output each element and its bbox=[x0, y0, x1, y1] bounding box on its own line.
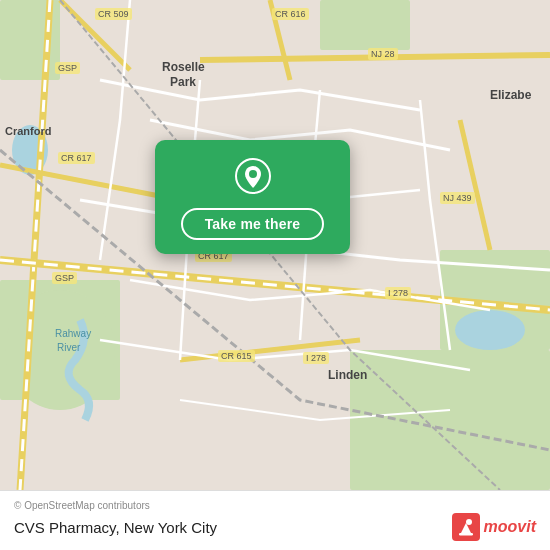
svg-point-10 bbox=[249, 170, 257, 178]
svg-point-8 bbox=[455, 310, 525, 350]
area-label-park: Park bbox=[170, 75, 196, 89]
place-name: CVS Pharmacy, New York City bbox=[14, 519, 217, 536]
area-label-roselle: Roselle bbox=[162, 60, 205, 74]
area-label-cranford: Cranford bbox=[5, 125, 51, 137]
road-label-cr616: CR 616 bbox=[272, 8, 309, 20]
road-label-gsp2: GSP bbox=[52, 272, 77, 284]
place-info-row: CVS Pharmacy, New York City moovit bbox=[14, 513, 536, 541]
road-label-nj439: NJ 439 bbox=[440, 192, 475, 204]
area-label-elizabeth: Elizabe bbox=[490, 88, 531, 102]
moovit-text: moovit bbox=[484, 518, 536, 536]
area-label-linden: Linden bbox=[328, 368, 367, 382]
take-me-there-button[interactable]: Take me there bbox=[181, 208, 325, 240]
moovit-logo-icon bbox=[452, 513, 480, 541]
road-label-cr509: CR 509 bbox=[95, 8, 132, 20]
svg-point-12 bbox=[466, 519, 472, 525]
road-label-i278-1: I 278 bbox=[385, 287, 411, 299]
svg-rect-5 bbox=[320, 0, 410, 50]
svg-rect-2 bbox=[350, 350, 550, 490]
road-label-gsp1: GSP bbox=[55, 62, 80, 74]
road-label-cr617-1: CR 617 bbox=[58, 152, 95, 164]
map-container[interactable]: CR 509 CR 616 GSP NJ 28 CR 617 CR 617 NJ… bbox=[0, 0, 550, 490]
moovit-logo: moovit bbox=[452, 513, 536, 541]
road-label-cr615: CR 615 bbox=[218, 350, 255, 362]
attribution-text: © OpenStreetMap contributors bbox=[14, 500, 536, 511]
svg-rect-13 bbox=[459, 533, 473, 536]
popup-card: Take me there bbox=[155, 140, 350, 254]
area-label-rahway: Rahway bbox=[55, 328, 91, 339]
road-label-nj28: NJ 28 bbox=[368, 48, 398, 60]
area-label-river: River bbox=[57, 342, 80, 353]
road-label-i278-2: I 278 bbox=[303, 352, 329, 364]
bottom-bar: © OpenStreetMap contributors CVS Pharmac… bbox=[0, 490, 550, 550]
location-pin-icon bbox=[235, 158, 271, 194]
